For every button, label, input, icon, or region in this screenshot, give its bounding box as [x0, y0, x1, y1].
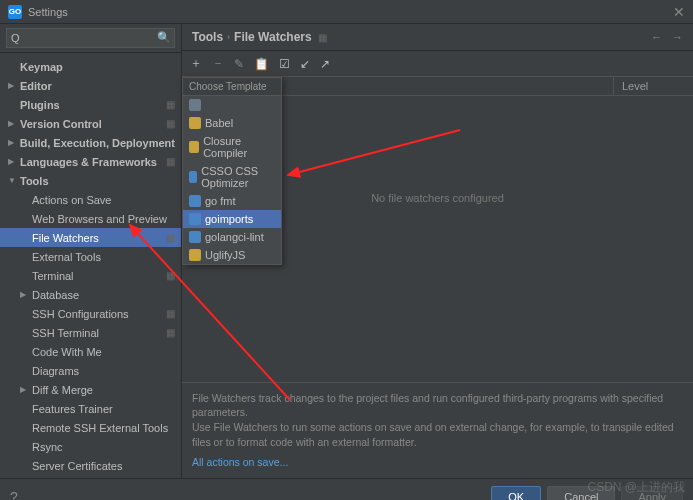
help-icon[interactable]: ? [10, 489, 18, 501]
sidebar-item-label: Terminal [32, 269, 74, 283]
sidebar-item-database[interactable]: ▶Database [0, 285, 181, 304]
scope-icon: ▦ [166, 117, 175, 131]
template-label: Babel [205, 117, 233, 129]
sidebar-item-label: Build, Execution, Deployment [20, 136, 175, 150]
sidebar-item-label: Remote SSH External Tools [32, 421, 168, 435]
template-label: goimports [205, 213, 253, 225]
export-icon[interactable]: ↗ [320, 57, 330, 71]
sidebar-item-label: SSH Terminal [32, 326, 99, 340]
toolbar: ＋ － ✎ 📋 ☑ ↙ ↗ [182, 51, 693, 77]
sidebar-item-label: Features Trainer [32, 402, 113, 416]
ok-button[interactable]: OK [491, 486, 541, 501]
description-panel: File Watchers track changes to the proje… [182, 382, 693, 478]
sidebar-item-diff-merge[interactable]: ▶Diff & Merge [0, 380, 181, 399]
sidebar-item-tools[interactable]: ▼Tools [0, 171, 181, 190]
sidebar-item-label: Tools [20, 174, 49, 188]
template-label: go fmt [205, 195, 236, 207]
sidebar-item-label: Diagrams [32, 364, 79, 378]
sidebar-item-plugins[interactable]: Plugins▦ [0, 95, 181, 114]
sidebar-item-label: Diff & Merge [32, 383, 93, 397]
close-icon[interactable]: ✕ [673, 4, 685, 20]
remove-button[interactable]: － [212, 55, 224, 72]
scope-icon: ▦ [166, 155, 175, 169]
sidebar-item-label: Plugins [20, 98, 60, 112]
apply-button[interactable]: Apply [621, 486, 683, 501]
sidebar-item-remote-ssh-external-tools[interactable]: Remote SSH External Tools [0, 418, 181, 437]
sidebar-item-version-control[interactable]: ▶Version Control▦ [0, 114, 181, 133]
sidebar-item-build-execution-deployment[interactable]: ▶Build, Execution, Deployment [0, 133, 181, 152]
back-icon[interactable]: ← [651, 31, 662, 43]
sidebar-item-file-watchers[interactable]: File Watchers▦ [0, 228, 181, 247]
sidebar-item-languages-frameworks[interactable]: ▶Languages & Frameworks▦ [0, 152, 181, 171]
file-type-icon [189, 213, 201, 225]
footer: ? OK Cancel Apply [0, 478, 693, 500]
template-dropdown: Choose Template BabelClosure CompilerCSS… [182, 77, 282, 265]
sidebar-item-shared-indexes[interactable]: Shared Indexes [0, 475, 181, 478]
scope-icon: ▦ [166, 98, 175, 112]
sidebar-item-rsync[interactable]: Rsync [0, 437, 181, 456]
template-option-babel[interactable]: Babel [183, 114, 281, 132]
sidebar-item-external-tools[interactable]: External Tools [0, 247, 181, 266]
sidebar-item-label: Keymap [20, 60, 63, 74]
template-label: Closure Compiler [203, 135, 275, 159]
sidebar-item-label: External Tools [32, 250, 101, 264]
sidebar-item-web-browsers-and-preview[interactable]: Web Browsers and Preview [0, 209, 181, 228]
breadcrumb-item[interactable]: File Watchers [234, 30, 312, 44]
title-bar: GO Settings ✕ [0, 0, 693, 24]
template-option-golangci-lint[interactable]: golangci-lint [183, 228, 281, 246]
template-option-csso-css-optimizer[interactable]: CSSO CSS Optimizer [183, 162, 281, 192]
sidebar-item-label: Web Browsers and Preview [32, 212, 167, 226]
all-actions-link[interactable]: All actions on save... [192, 456, 288, 468]
template-label: CSSO CSS Optimizer [201, 165, 275, 189]
dropdown-title: Choose Template [183, 78, 281, 96]
expand-icon: ▼ [8, 174, 20, 188]
column-header-level[interactable]: Level [613, 77, 693, 95]
sidebar-item-label: Shared Indexes [32, 478, 109, 479]
sidebar-item-label: Editor [20, 79, 52, 93]
import-icon[interactable]: ↙ [300, 57, 310, 71]
sidebar-item-label: Actions on Save [32, 193, 112, 207]
forward-icon[interactable]: → [672, 31, 683, 43]
sidebar-item-label: File Watchers [32, 231, 99, 245]
file-type-icon [189, 99, 201, 111]
sidebar-item-features-trainer[interactable]: Features Trainer [0, 399, 181, 418]
expand-icon: ▶ [8, 155, 20, 169]
sidebar-item-terminal[interactable]: Terminal▦ [0, 266, 181, 285]
desc-text: Use File Watchers to run some actions on… [192, 420, 683, 449]
scope-icon: ▦ [166, 269, 175, 283]
sidebar-item-label: Rsync [32, 440, 63, 454]
content-panel: Tools › File Watchers ▦ ← → ＋ － ✎ 📋 ☑ ↙ … [182, 24, 693, 478]
settings-tree: Keymap▶EditorPlugins▦▶Version Control▦▶B… [0, 53, 181, 478]
expand-icon: ▶ [8, 79, 20, 93]
file-type-icon [189, 141, 199, 153]
sidebar-item-ssh-configurations[interactable]: SSH Configurations▦ [0, 304, 181, 323]
add-button[interactable]: ＋ [190, 55, 202, 72]
enable-button[interactable]: ☑ [279, 57, 290, 71]
sidebar-item-code-with-me[interactable]: Code With Me [0, 342, 181, 361]
search-input[interactable] [6, 28, 175, 48]
template-option--custom-[interactable] [183, 96, 281, 114]
chevron-right-icon: › [227, 32, 230, 42]
template-option-closure-compiler[interactable]: Closure Compiler [183, 132, 281, 162]
sidebar-item-ssh-terminal[interactable]: SSH Terminal▦ [0, 323, 181, 342]
breadcrumb: Tools › File Watchers ▦ ← → [182, 24, 693, 51]
sidebar-item-keymap[interactable]: Keymap [0, 57, 181, 76]
cancel-button[interactable]: Cancel [547, 486, 615, 501]
sidebar-item-editor[interactable]: ▶Editor [0, 76, 181, 95]
edit-button[interactable]: ✎ [234, 57, 244, 71]
scope-icon: ▦ [166, 307, 175, 321]
sidebar: 🔍 Keymap▶EditorPlugins▦▶Version Control▦… [0, 24, 182, 478]
search-icon: 🔍 [157, 31, 171, 44]
sidebar-item-actions-on-save[interactable]: Actions on Save [0, 190, 181, 209]
expand-icon: ▶ [8, 117, 20, 131]
template-option-uglifyjs[interactable]: UglifyJS [183, 246, 281, 264]
template-option-go-fmt[interactable]: go fmt [183, 192, 281, 210]
copy-button[interactable]: 📋 [254, 57, 269, 71]
template-option-goimports[interactable]: goimports [183, 210, 281, 228]
sidebar-item-label: Code With Me [32, 345, 102, 359]
template-label: UglifyJS [205, 249, 245, 261]
breadcrumb-item[interactable]: Tools [192, 30, 223, 44]
sidebar-item-server-certificates[interactable]: Server Certificates [0, 456, 181, 475]
app-logo: GO [8, 5, 22, 19]
sidebar-item-diagrams[interactable]: Diagrams [0, 361, 181, 380]
